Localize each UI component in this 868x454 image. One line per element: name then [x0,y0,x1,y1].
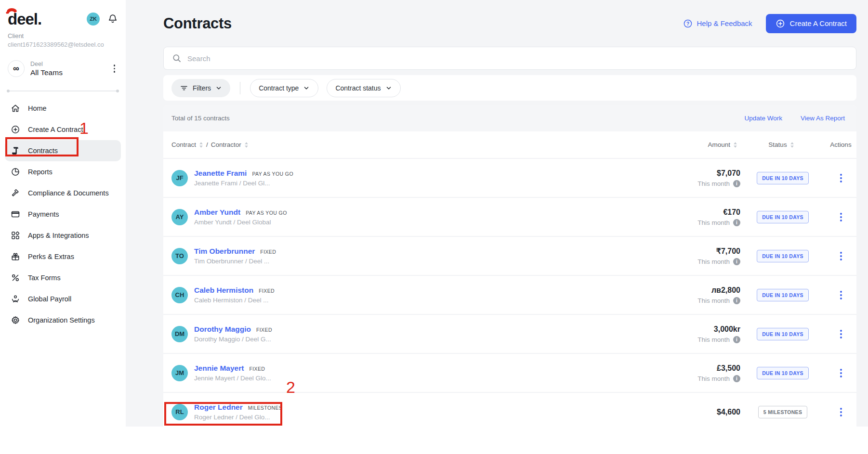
create-contract-button[interactable]: Create A Contract [766,14,856,33]
bell-icon[interactable] [107,13,118,24]
infinity-icon: ∞ [8,60,25,77]
row-actions-kebab-icon[interactable] [837,288,845,302]
status-cell: DUE IN 10 DAYS [740,172,825,184]
sidebar-item-apps-integrations[interactable]: Apps & Integrations [5,225,121,246]
search-icon [172,53,182,63]
contract-subtitle: Roger Ledner / Deel Glo... [194,414,282,421]
pie-chart-icon [11,167,20,177]
contract-subtitle: Jeanette Frami / Deel Gl... [194,180,293,187]
contract-column-label[interactable]: Contract [171,141,196,148]
sidebar-item-organization-settings[interactable]: Organization Settings [5,310,121,331]
info-icon[interactable]: i [733,297,740,304]
gear-icon [11,315,20,325]
sidebar-item-compliance-documents[interactable]: Compliance & Documents [5,182,121,204]
sort-icon[interactable] [790,142,794,148]
info-icon[interactable]: i [733,219,740,226]
sort-icon[interactable] [733,142,737,148]
view-as-report-link[interactable]: View As Report [801,115,845,122]
contract-cell: RL Roger Ledner MILESTONES Roger Ledner … [163,403,644,421]
contract-cell: DM Dorothy Maggio FIXED Dorothy Maggio /… [163,325,644,343]
contract-type-filter[interactable]: Contract type [250,79,318,97]
status-badge: 5 MILESTONES [758,406,807,418]
sidebar-item-tax-forms[interactable]: Tax Forms [5,267,121,288]
sidebar-item-payments[interactable]: Payments [5,204,121,225]
row-actions-kebab-icon[interactable] [837,327,845,341]
amount-column-label[interactable]: Amount [708,141,730,148]
search-input[interactable] [187,54,848,63]
actions-cell [825,366,856,380]
contractor-name-link[interactable]: Tim Oberbrunner [194,247,255,256]
sidebar-item-label: Global Payroll [28,295,71,303]
table-row[interactable]: AY Amber Yundt PAY AS YOU GO Amber Yundt… [163,198,856,237]
user-avatar[interactable]: ZK [87,13,100,26]
status-badge: DUE IN 10 DAYS [757,367,809,379]
row-actions-kebab-icon[interactable] [837,210,845,224]
sidebar-item-label: Organization Settings [28,316,95,324]
status-column-label[interactable]: Status [768,141,787,148]
table-row[interactable]: DM Dorothy Maggio FIXED Dorothy Maggio /… [163,315,856,354]
team-kebab-icon[interactable] [111,63,118,75]
info-icon[interactable]: i [733,258,740,265]
avatar: DM [171,326,188,342]
amount-cell: ₹7,700 This month i [644,246,740,265]
filters-label: Filters [193,84,211,92]
table-row[interactable]: JM Jennie Mayert FIXED Jennie Mayert / D… [163,354,856,393]
sidebar: deel. ZK Client client1671623389562@lets… [0,0,126,427]
contractor-name-link[interactable]: Amber Yundt [194,208,240,217]
row-actions-kebab-icon[interactable] [837,366,845,380]
sidebar-item-create-a-contract[interactable]: Create A Contract [5,119,121,140]
amount-value: $4,600 [644,408,740,416]
status-badge: DUE IN 10 DAYS [757,289,809,301]
table-row[interactable]: JF Jeanette Frami PAY AS YOU GO Jeanette… [163,159,856,198]
contractor-name-link[interactable]: Caleb Hermiston [194,286,253,295]
status-header: Status [740,141,825,148]
credit-card-icon [11,209,20,219]
update-work-link[interactable]: Update Work [744,115,782,122]
name-line: Caleb Hermiston FIXED [194,286,275,295]
info-icon[interactable]: i [733,375,740,382]
row-actions-kebab-icon[interactable] [837,249,845,263]
sidebar-item-label: Reports [28,168,53,176]
contract-type-tag: PAY AS YOU GO [246,210,287,216]
deel-logo: deel. [8,11,41,27]
column-separator: / [206,141,208,148]
sort-icon[interactable] [244,142,249,148]
contractor-name-link[interactable]: Jeanette Frami [194,169,247,178]
row-actions-kebab-icon[interactable] [837,405,845,419]
table-row[interactable]: CH Caleb Hermiston FIXED Caleb Hermiston… [163,276,856,315]
contract-names: Roger Ledner MILESTONES Roger Ledner / D… [194,403,282,421]
sidebar-item-contracts[interactable]: Contracts [5,140,121,161]
sidebar-item-reports[interactable]: Reports [5,161,121,182]
contract-cell: TO Tim Oberbrunner FIXED Tim Oberbrunner… [163,247,644,265]
apps-grid-icon [11,231,20,240]
status-cell: DUE IN 10 DAYS [740,328,825,340]
sort-icon[interactable] [199,142,203,148]
sidebar-header: deel. ZK [8,10,118,28]
team-selector[interactable]: ∞ Deel All Teams [8,60,118,77]
sidebar-item-label: Create A Contract [28,126,83,133]
contract-names: Jeanette Frami PAY AS YOU GO Jeanette Fr… [194,169,293,187]
contractor-name-link[interactable]: Jennie Mayert [194,364,244,373]
contract-cell: JF Jeanette Frami PAY AS YOU GO Jeanette… [163,169,644,187]
sidebar-item-perks-extras[interactable]: Perks & Extras [5,246,121,267]
table-row[interactable]: RL Roger Ledner MILESTONES Roger Ledner … [163,393,856,427]
name-line: Amber Yundt PAY AS YOU GO [194,208,287,217]
info-icon[interactable]: i [733,180,740,187]
contract-subtitle: Caleb Hermiston / Deel ... [194,297,275,304]
row-actions-kebab-icon[interactable] [837,171,845,185]
contractor-column-label[interactable]: Contractor [211,141,241,148]
avatar: TO [171,248,188,264]
period-line: This month i [644,336,740,343]
create-contract-label: Create A Contract [790,19,847,27]
help-feedback-link[interactable]: ? Help & Feedback [683,19,752,28]
table-row[interactable]: TO Tim Oberbrunner FIXED Tim Oberbrunner… [163,237,856,276]
info-icon[interactable]: i [733,336,740,343]
home-icon [11,104,20,113]
sidebar-item-home[interactable]: Home [5,98,121,119]
contractor-name-link[interactable]: Roger Ledner [194,403,243,412]
contractor-name-link[interactable]: Dorothy Maggio [194,325,251,334]
sidebar-item-global-payroll[interactable]: Global Payroll [5,288,121,310]
avatar: JF [171,170,188,186]
filters-button[interactable]: Filters [171,79,230,97]
contract-status-filter[interactable]: Contract status [327,79,400,97]
